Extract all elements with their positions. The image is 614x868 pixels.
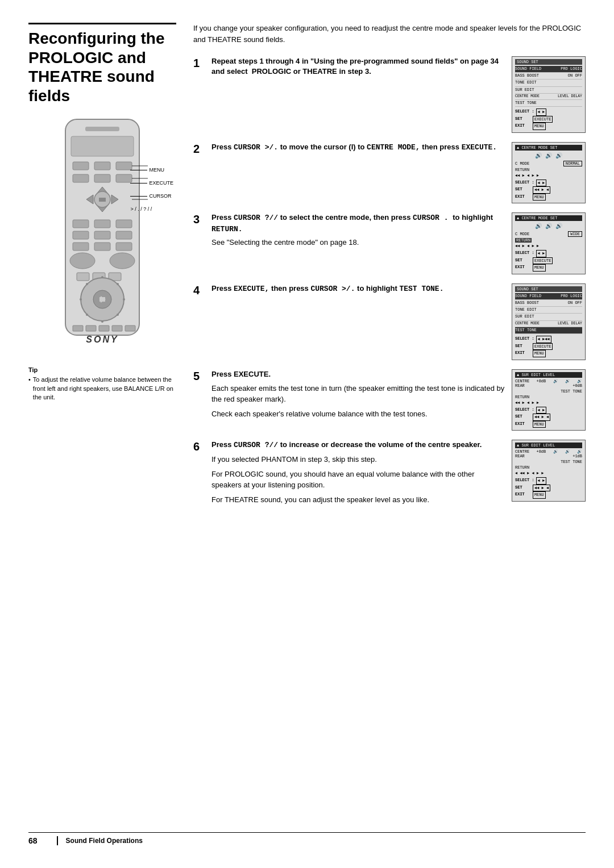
svg-point-24 [70,253,95,269]
step-1: 1 Repeat steps 1 through 4 in "Using the… [193,56,586,133]
tip-box: Tip • To adjust the relative volume bala… [28,366,176,402]
svg-rect-7 [94,174,110,182]
svg-rect-6 [73,174,89,182]
step-6-header: Press CURSOR ?// to increase or decrease… [211,440,506,450]
svg-point-33 [101,320,103,323]
svg-rect-26 [77,273,89,281]
svg-point-35 [123,298,125,301]
step-2: 2 Press CURSOR >/. to move the cursor (I… [193,142,586,204]
step-4-header: Press EXECUTE, then press CURSOR >/. to … [211,283,506,294]
svg-rect-20 [116,231,132,239]
lcd-screen-2: ▲ CENTRE MODE SET 🔊🔊🔊 C MODE NORMAL RETU… [512,142,586,204]
svg-rect-3 [73,162,89,170]
lcd-screen-3: ▲ CENTRE MODE SET 🔊🔊🔊 C MODE WIDE RETURN [512,212,586,274]
step-6-number: 6 [193,441,205,452]
svg-point-36 [86,283,88,285]
svg-rect-44 [112,326,122,331]
step-6-body-2: For PROLOGIC sound, you should have an e… [211,469,506,491]
svg-rect-22 [94,243,110,251]
step-1-number: 1 [193,57,205,69]
step-6-body-1: If you selected PHANTOM in step 3, skip … [211,454,506,465]
step-5-content: Press EXECUTE. Each speaker emits the te… [211,369,586,431]
lcd-screen-5: ▲ SUR EDIT LEVEL CENTRE+8dB🔊🔊🔊 REAR+0dB [512,369,586,431]
step-4: 4 Press EXECUTE, then press CURSOR >/. t… [193,283,586,360]
svg-point-38 [86,314,88,316]
svg-rect-14 [99,198,106,202]
step-6-body-3: For THEATRE sound, you can adjust the sp… [211,494,506,506]
step-1-content: Repeat steps 1 through 4 in "Using the p… [211,56,586,133]
tip-content: • To adjust the relative volume balance … [28,375,176,402]
lcd-screen-1: SOUND SET SOUND FIELDPRO LOGIC BASS BOOS… [512,56,586,133]
step-6: 6 Press CURSOR ?// to increase or decrea… [193,440,586,505]
page-title: Reconfiguring the PROLOGIC and THEATRE s… [28,23,176,105]
step-3-body: See "Selecting the centre mode" on page … [211,237,506,248]
svg-point-32 [101,276,103,278]
svg-rect-40 [99,297,105,302]
svg-rect-19 [94,231,110,239]
page-footer: 68 Sound Field Operations [28,832,586,845]
tip-title: Tip [28,366,176,373]
execute-label: EXECUTE [130,181,173,186]
svg-point-37 [117,283,119,285]
footer-section: Sound Field Operations [66,837,143,845]
step-5-body-2: Check each speaker's relative volume bal… [211,408,506,420]
svg-rect-23 [116,243,132,251]
lcd-screen-6: ▲ SUR EDIT LEVEL CENTRE+8dB🔊🔊🔊 REAR+1dB [512,440,586,502]
step-5-body-1: Each speaker emits the test tone in turn… [211,383,506,405]
lcd-screen-4: SOUND SET SOUND FIELDPRO LOGIC BASS BOOS… [512,283,586,360]
step-3-number: 3 [193,214,205,225]
footer-divider [57,836,58,845]
right-column: If you change your speaker configuration… [193,23,586,821]
svg-rect-42 [86,326,96,331]
svg-rect-41 [73,326,83,331]
svg-rect-2 [71,136,134,156]
main-content: Reconfiguring the PROLOGIC and THEATRE s… [28,23,586,821]
svg-rect-5 [116,162,132,170]
remote-labels: MENU EXECUTE CURSOR > / . / ? / / [130,168,173,220]
step-1-header: Repeat steps 1 through 4 in "Using the p… [211,56,506,77]
left-column: Reconfiguring the PROLOGIC and THEATRE s… [28,23,176,821]
page-container: Reconfiguring the PROLOGIC and THEATRE s… [0,0,614,868]
page-number: 68 [28,836,38,845]
step-4-content: Press EXECUTE, then press CURSOR >/. to … [211,283,586,360]
step-4-number: 4 [193,285,205,296]
step-6-content: Press CURSOR ?// to increase or decrease… [211,440,586,505]
svg-rect-1 [85,127,119,131]
step-5: 5 Press EXECUTE. Each speaker emits the … [193,369,586,431]
steps-area: 1 Repeat steps 1 through 4 in "Using the… [193,56,586,514]
svg-point-39 [117,314,119,316]
step-5-number: 5 [193,370,205,382]
step-2-number: 2 [193,143,205,155]
step-2-content: Press CURSOR >/. to move the cursor (I) … [211,142,586,204]
svg-rect-18 [73,231,89,239]
svg-text:SONY: SONY [86,335,118,344]
svg-rect-15 [73,220,89,228]
menu-label: MENU [130,168,173,173]
svg-point-25 [110,253,135,269]
step-3: 3 Press CURSOR ?// to select the centre … [193,212,586,274]
step-5-header: Press EXECUTE. [211,369,506,379]
svg-rect-21 [73,243,89,251]
svg-rect-16 [94,220,110,228]
step-3-header: Press CURSOR ?// to select the centre mo… [211,212,506,234]
svg-rect-45 [125,326,135,331]
cursor-label: CURSOR [130,194,173,199]
intro-paragraph: If you change your speaker configuration… [193,23,586,45]
step-2-header: Press CURSOR >/. to move the cursor (I) … [211,142,506,153]
step-3-content: Press CURSOR ?// to select the centre mo… [211,212,586,274]
svg-point-34 [80,298,82,301]
svg-rect-43 [99,326,109,331]
directions-label: > / . / ? / / [130,207,173,212]
svg-rect-17 [116,220,132,228]
remote-image: SONY MENU E [28,116,176,355]
svg-rect-4 [94,162,110,170]
svg-rect-8 [116,174,132,182]
